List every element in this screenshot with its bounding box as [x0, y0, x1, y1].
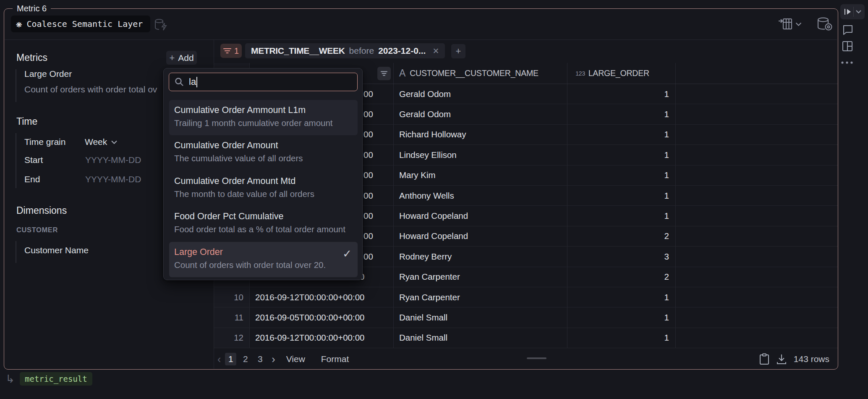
filter-count-badge[interactable]: 1	[220, 44, 242, 58]
metrics-indent-line	[16, 69, 16, 102]
copy-table-icon[interactable]	[759, 353, 769, 365]
semantic-source-pill[interactable]: ❋ Coalesce Semantic Layer	[11, 16, 150, 32]
metric-option-title: Large Order	[174, 246, 353, 259]
metric-option-description: Count of orders with order total over 20…	[174, 259, 353, 271]
empty-cell	[676, 206, 838, 226]
add-metric-button[interactable]: + Add	[166, 51, 197, 65]
output-table-select[interactable]	[778, 18, 802, 30]
customer-name-cell: Howard Copeland	[394, 226, 567, 246]
customer-name-cell: Anthony Wells	[394, 186, 567, 205]
dimension-group-label: CUSTOMER	[16, 226, 58, 234]
large-order-column-header[interactable]: 123 LARGE_ORDER	[567, 63, 676, 84]
preview-source-data-button[interactable]	[816, 17, 834, 32]
text-cursor	[196, 77, 197, 87]
time-grain-select[interactable]: Week	[85, 136, 117, 147]
metric-option[interactable]: Food Order Pct Cumulative Food order tot…	[169, 206, 358, 242]
metric-search-dropdown: la Cumulative Order Ammount L1m Trailing…	[163, 68, 363, 280]
run-cell-button[interactable]	[840, 4, 865, 19]
previous-page-icon[interactable]: ‹	[217, 353, 221, 365]
large-order-cell: 1	[567, 125, 676, 144]
metric-time-value-tail: 00	[363, 231, 373, 241]
add-button-label: Add	[178, 53, 193, 63]
plus-icon: +	[456, 47, 461, 56]
metric-option[interactable]: Large Order Count of orders with order t…	[169, 242, 358, 277]
metric-option-description: The month to date value of all orders	[174, 188, 353, 200]
empty-cell	[676, 287, 838, 307]
column-filter-badge[interactable]	[377, 67, 391, 80]
view-menu[interactable]: View	[286, 354, 305, 364]
coalesce-logo-icon: ❋	[16, 19, 22, 29]
customer-name-column-header[interactable]: A CUSTOMER__CUSTOMER_NAME	[394, 63, 567, 84]
start-date-input[interactable]: YYYY-MM-DD	[85, 155, 141, 165]
large-order-cell: 1	[567, 84, 676, 104]
page-button[interactable]: 2	[240, 353, 251, 365]
large-order-cell: 1	[567, 307, 676, 327]
metric-time-value: 2016-09-05T00:00:00+00:00	[255, 312, 364, 323]
metric-time-value-tail: 00	[363, 252, 373, 262]
customer-name-cell: Daniel Small	[394, 328, 567, 348]
selected-metric-description: Count of orders with order total ov	[24, 84, 157, 95]
empty-cell	[676, 186, 838, 205]
page-button[interactable]: 1	[225, 353, 236, 365]
large-order-cell: 2	[567, 226, 676, 246]
output-return-arrow-icon: ↳	[5, 373, 15, 384]
metric-option[interactable]: Cumulative Order Amount The cumulative v…	[169, 135, 358, 171]
time-filter-chip[interactable]: METRIC_TIME__WEEK before 2023-12-0... ✕	[245, 43, 445, 58]
empty-cell	[676, 307, 838, 327]
database-lightning-icon	[154, 18, 168, 32]
metric-time-value: 2016-09-12T00:00:00+00:00	[255, 292, 364, 302]
page-button[interactable]: 3	[254, 353, 266, 365]
filter-operator: before	[349, 46, 374, 56]
remove-filter-icon[interactable]: ✕	[432, 46, 439, 56]
next-page-icon[interactable]: ›	[272, 353, 275, 365]
layout-panels-icon[interactable]	[842, 41, 853, 52]
metric-time-value: 2016-09-12T00:00:00+00:00	[255, 333, 364, 343]
customer-name-cell: Mary Kim	[394, 165, 567, 185]
chevron-down-icon	[795, 22, 802, 26]
table-row[interactable]: 10 2016-09-12T00:00:00+00:00 Ryan Carpen…	[214, 287, 838, 307]
empty-cell	[676, 84, 838, 104]
run-options-chevron-icon[interactable]	[856, 10, 861, 13]
metric-option[interactable]: Cumulative Order Ammount L1m Trailing 1 …	[169, 100, 358, 135]
horizontal-scrollbar-thumb[interactable]	[527, 357, 546, 359]
end-date-input[interactable]: YYYY-MM-DD	[85, 174, 141, 185]
table-row[interactable]: 12 2016-09-12T00:00:00+00:00 Daniel Smal…	[214, 328, 838, 348]
row-number: 11	[214, 307, 250, 327]
comment-icon[interactable]	[842, 24, 854, 36]
metric-option-title: Food Order Pct Cumulative	[174, 210, 353, 223]
time-grain-value: Week	[85, 136, 107, 147]
metric-option-description: Trailing 1 month cumulative order amount	[174, 117, 353, 129]
dimensions-heading: Dimensions	[16, 205, 67, 216]
row-count: 143 rows	[794, 354, 829, 364]
customer-name-cell: Daniel Small	[394, 307, 567, 327]
more-options-icon[interactable]	[841, 61, 853, 64]
customer-name-cell: Howard Copeland	[394, 206, 567, 226]
column-name: CUSTOMER__CUSTOMER_NAME	[410, 68, 539, 78]
metric-time-value-tail: 00	[363, 211, 373, 221]
filter-lines-icon	[223, 48, 231, 54]
dimension-item-customer-name[interactable]: Customer Name	[24, 245, 89, 256]
add-filter-button[interactable]: +	[451, 44, 465, 58]
metric-option-list: Cumulative Order Ammount L1m Trailing 1 …	[169, 100, 358, 277]
customer-name-cell: Richard Holloway	[394, 125, 567, 144]
time-grain-label: Time grain	[24, 136, 65, 147]
selected-metric-name[interactable]: Large Order	[24, 68, 72, 79]
run-button-divider	[853, 7, 854, 17]
large-order-cell: 1	[567, 165, 676, 185]
metric-option[interactable]: Cumulative Order Amount Mtd The month to…	[169, 171, 358, 206]
metric-option-title: Cumulative Order Ammount L1m	[174, 104, 353, 117]
customer-name-cell: Ryan Carpenter	[394, 267, 567, 287]
download-icon[interactable]	[776, 354, 787, 365]
large-order-cell: 1	[567, 104, 676, 124]
metric-time-value-tail: 00	[363, 170, 373, 180]
empty-cell	[676, 226, 838, 246]
format-menu[interactable]: Format	[321, 354, 349, 364]
row-number: 10	[214, 287, 250, 307]
customer-name-cell: Gerald Odom	[394, 84, 567, 104]
customer-name-cell: Lindsey Ellison	[394, 145, 567, 165]
output-variable-tag[interactable]: metric_result	[20, 372, 92, 386]
dimension-indent-line	[16, 241, 16, 263]
table-row[interactable]: 11 2016-09-05T00:00:00+00:00 Daniel Smal…	[214, 307, 838, 328]
metric-search-input[interactable]: la	[169, 73, 358, 91]
semantic-source-name: Coalesce Semantic Layer	[26, 19, 143, 29]
